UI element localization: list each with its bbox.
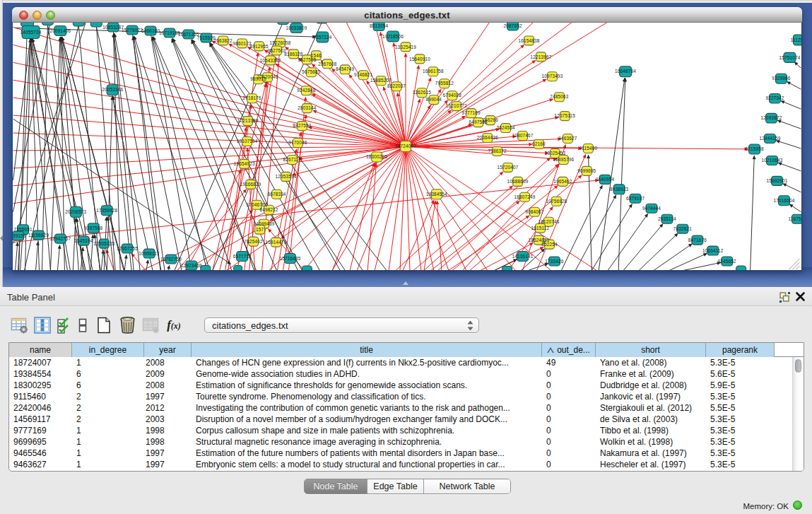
table-row[interactable]: 946554611997Estimation of the future num…: [9, 448, 804, 459]
new-column-icon[interactable]: [95, 316, 113, 334]
svg-text:12213389: 12213389: [237, 118, 259, 123]
svg-text:16120746: 16120746: [538, 219, 559, 224]
app-left-edge: [0, 0, 3, 287]
svg-text:7515526: 7515526: [197, 35, 216, 40]
delete-column-icon[interactable]: [118, 316, 136, 334]
table-row[interactable]: 1456911722003Disruption of a novel membe…: [9, 414, 804, 425]
svg-text:746266: 746266: [482, 117, 498, 122]
column-header-label: year: [159, 345, 175, 355]
tab-network-table[interactable]: Network Table: [424, 479, 510, 493]
table-vertical-scrollbar[interactable]: [792, 357, 804, 472]
cell-year: 2012: [144, 402, 192, 414]
memory-ok-indicator[interactable]: [793, 501, 802, 510]
svg-text:9474444: 9474444: [642, 206, 661, 211]
cell-title: Disruption of a novel member of a sodium…: [192, 414, 542, 425]
table-toolbar: f(x): [10, 315, 188, 336]
float-window-icon[interactable]: [779, 292, 790, 303]
svg-text:1167534: 1167534: [789, 216, 801, 221]
clear-selection-icon[interactable]: [76, 316, 90, 334]
network-table-selector[interactable]: citations_edges.txt: [204, 317, 479, 333]
cell-pagerank: 5.5E-5: [706, 402, 775, 414]
delete-table-icon[interactable]: [141, 316, 160, 334]
column-header-out_de[interactable]: out_de...: [542, 343, 596, 357]
svg-text:16033809: 16033809: [286, 25, 307, 30]
status-bar: Memory: OK: [0, 496, 812, 514]
svg-text:20364436: 20364436: [477, 135, 498, 140]
svg-text:6577711: 6577711: [233, 254, 252, 259]
svg-text:9227342: 9227342: [765, 95, 784, 100]
close-icon[interactable]: [795, 291, 806, 302]
table-row[interactable]: 1830029562008Estimation of significance …: [9, 380, 804, 391]
svg-text:9329966: 9329966: [772, 76, 790, 81]
svg-text:10688609: 10688609: [507, 179, 529, 184]
svg-text:10807467: 10807467: [512, 133, 534, 138]
app-top-edge: [0, 0, 812, 3]
graph-node: [278, 23, 289, 24]
cell-in_degree: 2: [72, 414, 144, 425]
table-row[interactable]: 1938455462009Genome-wide association stu…: [9, 368, 804, 380]
svg-text:12923468: 12923468: [181, 263, 202, 268]
panel-collapse-arrow-icon[interactable]: [0, 235, 3, 241]
svg-text:1362615: 1362615: [413, 90, 431, 95]
svg-text:10654112: 10654112: [702, 248, 724, 253]
table-body: 1872400712008Changes of HCN gene express…: [9, 357, 804, 470]
svg-text:1615112: 1615112: [531, 226, 550, 230]
cell-short: Wolkin et al. (1998): [596, 436, 706, 448]
network-canvas[interactable]: 1405572420091406108532871527602264661601…: [12, 23, 802, 271]
table-row[interactable]: 946362711997Embryonic stem cells: a mode…: [9, 459, 804, 470]
cell-short: Hescheler et al. (1997): [596, 459, 706, 470]
cell-year: 1998: [144, 436, 192, 448]
cell-short: Jankovic et al. (1997): [596, 391, 706, 402]
cell-title: Estimation of the future numbers of pati…: [192, 448, 542, 459]
scrollbar-thumb[interactable]: [795, 359, 801, 373]
svg-text:8322037: 8322037: [387, 83, 406, 88]
resize-grip-icon[interactable]: [789, 259, 799, 269]
column-header-pagerank[interactable]: pagerank: [706, 343, 775, 357]
tab-node-table[interactable]: Node Table: [305, 479, 367, 493]
svg-text:16154838: 16154838: [519, 38, 540, 43]
svg-text:12505135: 12505135: [93, 241, 114, 246]
column-header-title[interactable]: title: [192, 343, 542, 357]
cell-pagerank: 5.3E-5: [706, 414, 775, 425]
svg-text:8813054: 8813054: [370, 23, 388, 28]
cell-name: 9115460: [9, 391, 72, 402]
svg-text:8427552: 8427552: [293, 123, 311, 128]
cell-out_de: 0: [542, 459, 596, 470]
table-row[interactable]: 977716911998Corpus callosum shape and si…: [9, 425, 804, 436]
table-settings-icon[interactable]: [10, 316, 28, 334]
table-row[interactable]: 1872400712008Changes of HCN gene express…: [9, 357, 804, 368]
svg-text:10756928: 10756928: [546, 199, 567, 204]
citation-network-graph[interactable]: 1405572420091406108532871527602264661601…: [13, 23, 801, 270]
cell-year: 2008: [144, 357, 192, 368]
tab-edge-table[interactable]: Edge Table: [367, 479, 424, 493]
table-row[interactable]: 969969511998Structural magnetic resonanc…: [9, 436, 804, 448]
show-columns-icon[interactable]: [33, 316, 52, 334]
cell-in_degree: 1: [72, 448, 144, 459]
svg-text:7386372: 7386372: [488, 148, 507, 153]
table-row[interactable]: 911546021997Tourette syndrome. Phenomeno…: [9, 391, 804, 402]
table-row[interactable]: 2242004622012Investigating the contribut…: [9, 402, 804, 414]
select-all-icon[interactable]: [57, 316, 71, 334]
function-builder-icon[interactable]: f(x): [165, 316, 183, 334]
svg-text:7357224: 7357224: [313, 35, 331, 40]
column-header-name[interactable]: name: [9, 343, 72, 357]
cell-in_degree: 1: [72, 436, 144, 448]
cell-name: 9777169: [9, 425, 72, 436]
svg-text:9527505: 9527505: [298, 57, 316, 62]
svg-text:6794028: 6794028: [443, 93, 461, 98]
column-header-short[interactable]: short: [596, 343, 706, 357]
svg-text:12375115: 12375115: [555, 113, 576, 118]
cell-pagerank: 5.3E-5: [706, 357, 775, 368]
cell-name: 9699695: [9, 436, 72, 448]
cell-title: Embryonic stem cells: a model to study s…: [192, 459, 542, 470]
column-header-year[interactable]: year: [144, 343, 192, 357]
pane-divider-handle[interactable]: [403, 281, 408, 285]
cell-name: 9463627: [9, 459, 72, 470]
cell-title: Investigating the contribution of common…: [192, 402, 542, 414]
svg-text:16671355: 16671355: [178, 32, 199, 37]
column-header-in_degree[interactable]: in_degree: [72, 343, 144, 357]
network-window-titlebar[interactable]: citations_edges.txt: [12, 7, 802, 23]
svg-text:15751074: 15751074: [779, 55, 800, 60]
cell-title: Genome-wide association studies in ADHD.: [192, 368, 542, 380]
svg-text:12213967: 12213967: [530, 54, 551, 59]
